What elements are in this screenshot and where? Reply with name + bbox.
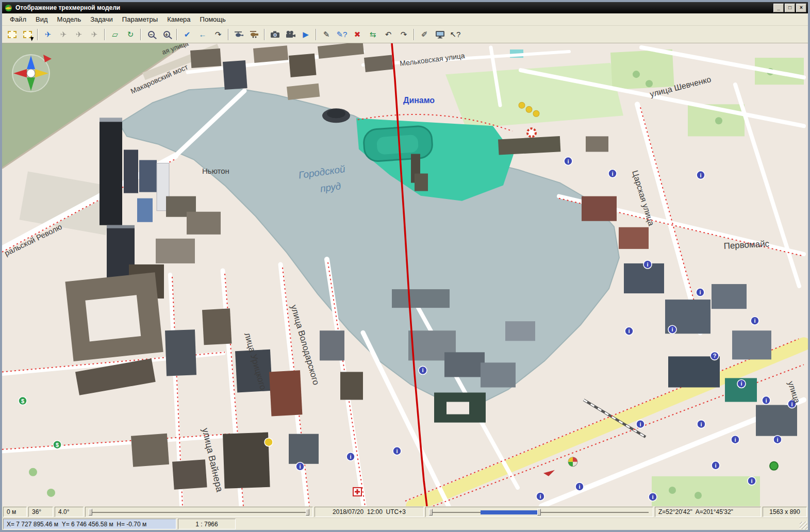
- time-slider[interactable]: [425, 507, 653, 517]
- lifebuoy-marker[interactable]: [527, 128, 536, 137]
- info-marker[interactable]: i: [643, 260, 652, 269]
- menu-parameters[interactable]: Параметры: [118, 14, 162, 25]
- info-marker[interactable]: i: [346, 453, 355, 461]
- route-exchange-button[interactable]: ⇆: [365, 28, 381, 41]
- info-marker[interactable]: i: [575, 483, 584, 491]
- svg-text:i: i: [776, 437, 778, 443]
- menu-camera[interactable]: Камера: [162, 14, 195, 25]
- select-object-button[interactable]: [20, 28, 35, 41]
- info-marker[interactable]: i: [712, 461, 720, 470]
- question-marker[interactable]: ?: [710, 352, 719, 360]
- slider-thumb-mid[interactable]: [537, 509, 541, 516]
- minimize-button[interactable]: _: [773, 4, 784, 12]
- app-icon: [5, 4, 12, 12]
- zoom-out-button[interactable]: −: [143, 28, 159, 41]
- svg-text:i: i: [700, 172, 701, 178]
- screenshot-button[interactable]: [432, 28, 448, 41]
- svg-text:i: i: [647, 261, 648, 268]
- view-slider[interactable]: [85, 507, 313, 517]
- map-canvas[interactable]: i i i i i i i i i i i i i i i i i i i i: [2, 43, 808, 506]
- info-marker[interactable]: i: [773, 436, 782, 444]
- helicopter-view-button[interactable]: [231, 28, 246, 41]
- layers-icon: ▱: [112, 30, 118, 39]
- select-window-button[interactable]: [4, 28, 20, 41]
- yellow-poi[interactable]: [519, 102, 525, 108]
- info-marker[interactable]: i: [762, 396, 770, 405]
- yellow-poi[interactable]: [526, 106, 532, 112]
- play-button[interactable]: ▶: [298, 28, 313, 41]
- snapshot-photo-button[interactable]: [267, 28, 283, 41]
- info-marker[interactable]: i: [393, 447, 401, 455]
- info-marker[interactable]: i: [625, 327, 633, 335]
- photo-camera-icon: [270, 30, 280, 38]
- layers-button[interactable]: ▱: [107, 28, 123, 41]
- resize-grip[interactable]: [800, 522, 807, 529]
- info-marker[interactable]: i: [636, 420, 644, 428]
- arrow-redo-icon: ↷: [215, 30, 222, 39]
- redo-button[interactable]: ↷: [396, 28, 411, 41]
- status-bar-top: 0 м 36° 4.0° 2018/07/20 12:00 UTC+3 Z=52…: [2, 506, 808, 518]
- undo-button[interactable]: ↶: [381, 28, 396, 41]
- play-icon: ▶: [303, 30, 309, 39]
- info-marker[interactable]: i: [748, 477, 756, 485]
- info-marker[interactable]: i: [668, 325, 676, 334]
- height-readout: 0 м: [3, 507, 27, 517]
- menu-model[interactable]: Модель: [53, 14, 86, 25]
- map-viewport[interactable]: i i i i i i i i i i i i i i i i i i i i: [2, 43, 808, 506]
- context-help-button[interactable]: ↖?: [448, 28, 463, 41]
- check-icon: ✔: [184, 30, 191, 39]
- slider-thumb-left[interactable]: [89, 509, 92, 516]
- menu-file[interactable]: Файл: [5, 14, 31, 25]
- info-marker[interactable]: i: [697, 420, 705, 428]
- svg-text:i: i: [639, 421, 641, 427]
- slider-track: [90, 512, 308, 513]
- svg-text:i: i: [734, 437, 736, 443]
- step-forward-button[interactable]: ↷: [210, 28, 226, 41]
- slider-thumb-right[interactable]: [306, 509, 309, 516]
- yellow-poi[interactable]: [265, 438, 273, 446]
- slider-thumb-left[interactable]: [429, 509, 433, 516]
- draw-mark-button[interactable]: ✎: [319, 28, 334, 41]
- svg-text:i: i: [539, 493, 541, 500]
- info-marker[interactable]: i: [296, 462, 304, 471]
- info-marker[interactable]: i: [697, 171, 705, 179]
- helicopter-camera-button[interactable]: [246, 28, 262, 41]
- zoom-in-button[interactable]: +: [159, 28, 174, 41]
- pen-icon: ✎: [323, 30, 330, 39]
- info-marker[interactable]: i: [608, 170, 617, 178]
- menu-tasks[interactable]: Задачи: [86, 14, 118, 25]
- svg-text:i: i: [765, 397, 767, 404]
- beachball-marker[interactable]: [568, 457, 577, 467]
- yellow-poi[interactable]: [533, 110, 539, 117]
- info-marker[interactable]: i: [564, 157, 572, 165]
- info-marker[interactable]: i: [731, 436, 739, 444]
- info-marker[interactable]: i: [419, 366, 427, 374]
- info-marker[interactable]: i: [696, 288, 704, 296]
- info-marker[interactable]: i: [751, 317, 759, 325]
- confirm-button[interactable]: ✔: [179, 28, 195, 41]
- info-marker[interactable]: i: [649, 493, 657, 501]
- toolbar-separator: [264, 29, 265, 40]
- help-cursor-icon: ↖?: [450, 30, 461, 39]
- info-marker[interactable]: i: [737, 379, 746, 388]
- layers-refresh-button[interactable]: ↻: [123, 28, 138, 41]
- edit-mark-button[interactable]: ✎?: [334, 28, 350, 41]
- menu-help[interactable]: Помощь: [195, 14, 230, 25]
- info-marker[interactable]: i: [536, 492, 544, 501]
- dollar-marker[interactable]: $: [53, 441, 61, 449]
- toolbar-separator: [37, 29, 38, 40]
- green-pin-marker[interactable]: [770, 462, 778, 470]
- selection-rect-icon: [8, 31, 16, 38]
- poi-label: Ньютон: [202, 167, 229, 175]
- measure-button[interactable]: ✐: [417, 28, 432, 41]
- step-back-button[interactable]: ←: [195, 28, 210, 41]
- close-button[interactable]: ×: [796, 4, 806, 12]
- helicopter-camera-icon: [249, 30, 259, 39]
- menu-view[interactable]: Вид: [31, 14, 53, 25]
- medical-marker[interactable]: [353, 488, 361, 496]
- maximize-button[interactable]: □: [785, 4, 795, 12]
- record-video-button[interactable]: [283, 28, 298, 41]
- delete-mark-button[interactable]: ✖: [350, 28, 365, 41]
- dollar-marker[interactable]: $: [19, 397, 27, 405]
- flight-mode-button[interactable]: ✈: [40, 28, 56, 41]
